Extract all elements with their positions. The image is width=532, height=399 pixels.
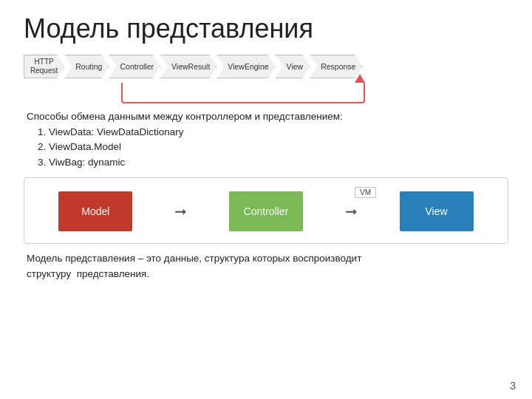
bracket [121, 83, 365, 103]
pipeline-viewresult: ViewResult [160, 55, 216, 78]
intro-text: Способы обмена данными между контроллеро… [27, 111, 508, 122]
bottom-text-content: Модель представления – это данные, струк… [27, 253, 361, 279]
page: Модель представления HTTPRequest Routing… [0, 0, 532, 399]
mvc-diagram: VM Model ➞ Controller ➞ View [24, 177, 508, 244]
list-item-3: ViwBag: dynamic [49, 155, 508, 170]
vm-label: VM [355, 187, 376, 198]
controller-rect: Controller [229, 191, 303, 231]
model-to-controller-arrow: ➞ [171, 202, 190, 220]
page-number: 3 [510, 380, 516, 392]
list-item-2: ViewData.Model [49, 140, 508, 154]
pipeline-viewengine: ViewEngine [216, 55, 275, 78]
controller-box: Controller [229, 191, 303, 231]
page-title: Модель представления [24, 13, 508, 44]
pipeline-routing: Routing [64, 55, 109, 78]
pipeline-controller: Controller [109, 55, 160, 78]
view-box: View [400, 191, 474, 231]
pipeline: HTTPRequest Routing Controller ViewResul… [24, 55, 508, 78]
text-section: Способы обмена данными между контроллеро… [24, 111, 508, 170]
controller-to-view-arrow: ➞ [342, 202, 361, 220]
list-item-1: ViewData: ViewDataDictionary [49, 125, 508, 140]
bracket-arrow [355, 74, 365, 83]
bracket-inner [121, 83, 365, 103]
model-rect: Model [58, 191, 132, 231]
connector-area [24, 83, 508, 105]
list: ViewData: ViewDataDictionary ViewData.Mo… [27, 125, 508, 170]
bottom-text: Модель представления – это данные, струк… [24, 251, 508, 282]
view-rect: View [400, 191, 474, 231]
model-box: Model [58, 191, 132, 231]
pipeline-view: View [276, 55, 310, 78]
pipeline-http-request: HTTPRequest [24, 55, 64, 78]
